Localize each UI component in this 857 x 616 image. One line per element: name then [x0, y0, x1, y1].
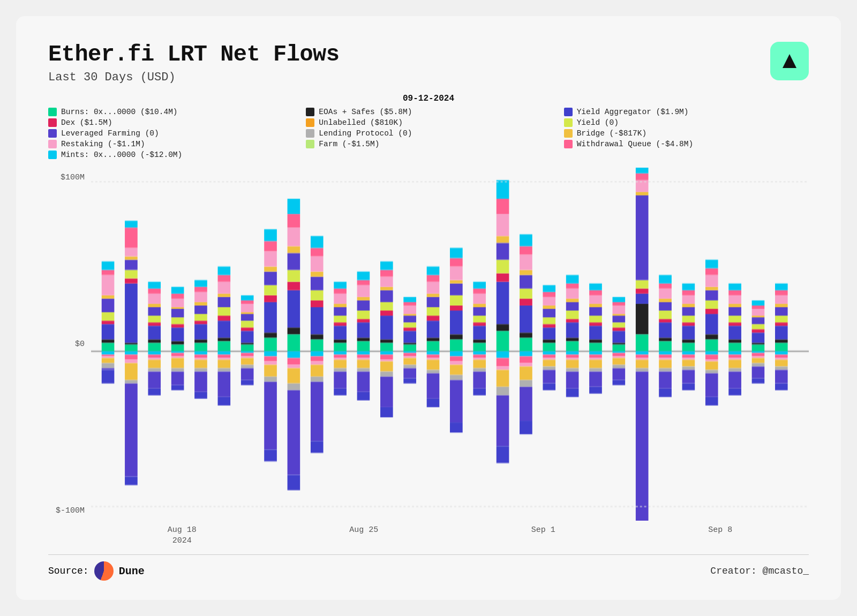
legend-item: Restaking (-$1.1M) [48, 140, 293, 148]
title-block: Ether.fi LRT Net Flows Last 30 Days (USD… [48, 42, 340, 84]
legend-swatch [48, 129, 57, 138]
legend-swatch [306, 108, 314, 116]
legend-swatch [306, 118, 314, 127]
legend-text: Burns: 0x...0000 ($10.4M) [61, 108, 178, 116]
y-axis: $100M$0$-100M [48, 168, 91, 521]
legend: Burns: 0x...0000 ($10.4M) EOAs + Safes (… [48, 108, 809, 159]
legend-item: Yield Aggregator ($1.9M) [564, 108, 809, 116]
legend-item: Bridge (-$817K) [564, 129, 809, 138]
dune-label: Dune [119, 565, 145, 577]
legend-text: Yield Aggregator ($1.9M) [577, 108, 689, 116]
legend-swatch [564, 140, 573, 148]
legend-item: Unlabelled ($810K) [306, 118, 551, 127]
legend-item: Leveraged Farming (0) [48, 129, 293, 138]
legend-item: Yield (0) [564, 118, 809, 127]
logo-box [770, 42, 809, 80]
legend-text: Unlabelled ($810K) [319, 118, 403, 127]
legend-text: Leveraged Farming (0) [61, 129, 159, 138]
legend-text: Dex ($1.5M) [61, 118, 112, 127]
source-row: Source: Dune [48, 561, 145, 581]
legend-swatch [564, 118, 573, 127]
logo-icon [779, 51, 800, 71]
legend-text: Restaking (-$1.1M) [61, 140, 145, 148]
legend-swatch [564, 108, 573, 116]
creator-label: Creator: @mcasto_ [710, 566, 809, 576]
legend-item: Mints: 0x...0000 (-$12.0M) [48, 151, 293, 159]
svg-marker-0 [783, 54, 796, 68]
dune-logo-icon [94, 561, 114, 581]
legend-item: Burns: 0x...0000 ($10.4M) [48, 108, 293, 116]
legend-text: Yield (0) [577, 118, 619, 127]
x-axis-label: Aug 25 [349, 525, 378, 546]
legend-text: Farm (-$1.5M) [319, 140, 379, 148]
bars-container [91, 168, 809, 521]
legend-swatch [48, 118, 57, 127]
chart-area: $100M$0$-100M Aug 182024Aug 25Sep 1Sep 8 [48, 168, 809, 546]
y-axis-label: $100M [48, 173, 85, 182]
main-card: Ether.fi LRT Net Flows Last 30 Days (USD… [16, 16, 841, 600]
x-axis: Aug 182024Aug 25Sep 1Sep 8 [48, 525, 809, 546]
legend-item: Dex ($1.5M) [48, 118, 293, 127]
legend-item: Farm (-$1.5M) [306, 140, 551, 148]
x-axis-label: Sep 8 [708, 525, 732, 546]
x-axis-label: Aug 182024 [168, 525, 197, 546]
legend-swatch [48, 140, 57, 148]
footer: Source: Dune Creator: @mcasto_ [48, 554, 809, 581]
chart-inner: $100M$0$-100M [48, 168, 809, 521]
legend-swatch [306, 140, 314, 148]
y-axis-label: $0 [48, 340, 85, 349]
source-label: Source: [48, 566, 89, 576]
legend-swatch [48, 108, 57, 116]
main-title: Ether.fi LRT Net Flows [48, 42, 340, 67]
x-axis-label: Sep 1 [531, 525, 555, 546]
subtitle: Last 30 Days (USD) [48, 71, 340, 84]
y-axis-label: $-100M [48, 506, 85, 515]
tooltip-date: 09-12-2024 [48, 94, 809, 103]
header: Ether.fi LRT Net Flows Last 30 Days (USD… [48, 42, 809, 84]
legend-text: Withdrawal Queue (-$4.8M) [577, 140, 694, 148]
legend-swatch [564, 129, 573, 138]
legend-swatch [48, 151, 57, 159]
legend-text: EOAs + Safes ($5.8M) [319, 108, 412, 116]
legend-swatch [306, 129, 314, 138]
legend-item: Lending Protocol (0) [306, 129, 551, 138]
legend-text: Bridge (-$817K) [577, 129, 647, 138]
legend-text: Mints: 0x...0000 (-$12.0M) [61, 151, 182, 159]
legend-item: Withdrawal Queue (-$4.8M) [564, 140, 809, 148]
legend-text: Lending Protocol (0) [319, 129, 412, 138]
legend-item: EOAs + Safes ($5.8M) [306, 108, 551, 116]
